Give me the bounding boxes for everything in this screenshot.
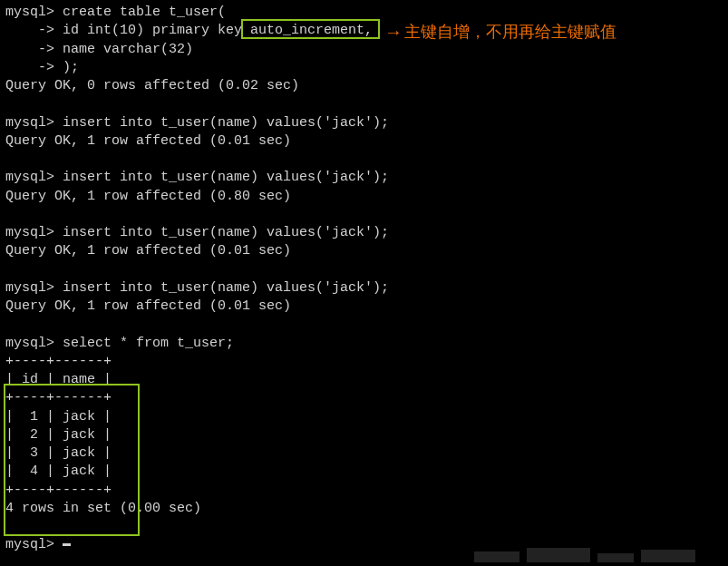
terminal-line [5,261,723,279]
terminal-line [5,151,723,169]
terminal-line: Query OK, 1 row affected (0.01 sec) [5,242,723,260]
terminal-line [5,95,723,113]
terminal-line: mysql> insert into t_user(name) values('… [5,279,723,298]
terminal-line [5,316,723,334]
terminal-line: mysql> insert into t_user(name) values('… [5,224,723,242]
terminal-line: mysql> insert into t_user(name) values('… [5,114,723,132]
terminal-line: mysql> select * from t_user; [5,335,723,353]
terminal-line: +----+------+ [5,353,723,371]
annotation-text: 主键自增，不用再给主键赋值 [404,21,616,43]
terminal-line: Query OK, 1 row affected (0.01 sec) [5,298,723,316]
annotation-label: → 主键自增，不用再给主键赋值 [384,20,616,44]
highlight-auto-increment [241,19,380,39]
terminal-line: mysql> insert into t_user(name) values('… [5,169,723,187]
watermark-smudge [474,542,728,562]
terminal-line: -> ); [5,59,723,77]
highlight-result-table [4,384,140,536]
arrow-icon: → [384,20,403,44]
terminal-line: Query OK, 1 row affected (0.80 sec) [5,188,723,206]
terminal-line: Query OK, 1 row affected (0.01 sec) [5,132,723,151]
terminal-line [5,206,723,224]
terminal-line: Query OK, 0 rows affected (0.02 sec) [5,77,723,95]
cursor [63,543,71,546]
